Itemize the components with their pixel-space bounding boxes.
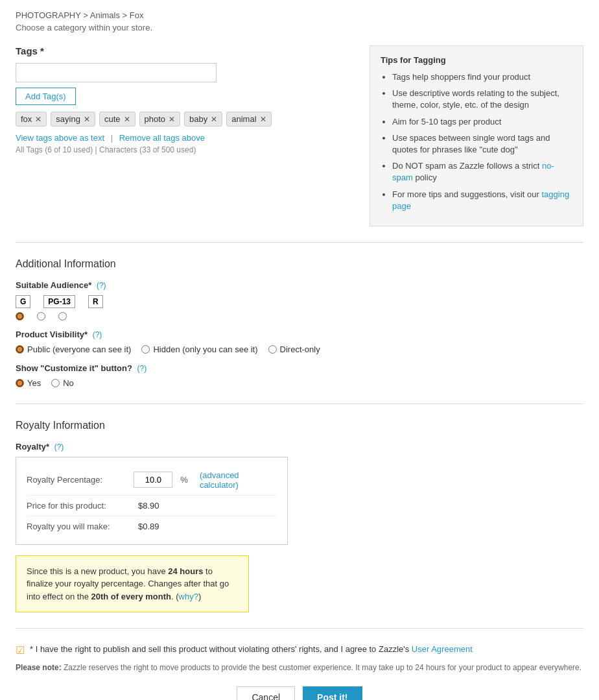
tag-label: baby	[189, 114, 207, 124]
tag-label: saying	[56, 114, 80, 124]
audience-radio-row	[16, 312, 583, 320]
tag-remove[interactable]: ✕	[124, 115, 130, 124]
post-button[interactable]: Post it!	[303, 686, 362, 700]
view-tags-text-link[interactable]: View tags above as text	[16, 133, 104, 143]
tip-item: Do NOT spam as Zazzle follows a strict n…	[392, 160, 572, 184]
tags-meta: All Tags (6 of 10 used) | Characters (33…	[16, 145, 350, 154]
visibility-hidden-input[interactable]	[141, 345, 150, 354]
agreement-checkbox-icon[interactable]: ☑	[16, 644, 25, 657]
notice-box: Since this is a new product, you have 24…	[16, 555, 249, 613]
customize-no[interactable]: No	[51, 378, 74, 388]
royalty-price-value: $8.90	[138, 501, 159, 511]
audience-radio-g-input[interactable]	[16, 312, 24, 320]
user-agreement-link[interactable]: User Agreement	[412, 644, 473, 654]
tag-label: animal	[231, 114, 256, 124]
royalty-pct-symbol: %	[180, 475, 188, 485]
tag-remove[interactable]: ✕	[169, 115, 175, 124]
tagging-page-link[interactable]: tagging page	[392, 189, 569, 211]
tip-item: Use descriptive words relating to the su…	[392, 88, 572, 111]
tip-item: Use spaces between single word tags and …	[392, 132, 572, 156]
customize-help[interactable]: (?)	[137, 364, 147, 373]
notice-bold1: 24 hours	[168, 566, 203, 576]
tips-title: Tips for Tagging	[381, 55, 572, 65]
separator: |	[111, 133, 113, 143]
divider-3	[16, 628, 583, 629]
customize-no-label: No	[63, 378, 74, 388]
tags-left: Tags * Add Tag(s) fox✕saying✕cute✕photo✕…	[16, 45, 350, 154]
royalty-make-row: Royalty you will make: $0.89	[27, 516, 277, 537]
customize-yes-label: Yes	[27, 378, 41, 388]
note-text: Zazzle reserves the right to move produc…	[62, 663, 581, 672]
audience-label: Suitable Audience* (?)	[16, 280, 583, 290]
tag-badge: cute✕	[99, 112, 135, 127]
audience-radio-r-input[interactable]	[58, 312, 67, 320]
breadcrumb: PHOTOGRAPHY > Animals > Fox	[16, 10, 583, 20]
royalty-make-label: Royalty you will make:	[27, 522, 130, 531]
customize-no-input[interactable]	[51, 379, 60, 387]
tag-label: cute	[104, 114, 121, 124]
visibility-hidden-label: Hidden (only you can see it)	[153, 344, 257, 354]
no-spam-link[interactable]: no-spam	[392, 161, 554, 182]
tag-badge: saying✕	[51, 112, 95, 127]
tag-badge: photo✕	[139, 112, 181, 127]
customize-yes[interactable]: Yes	[16, 378, 41, 388]
customize-label: Show "Customize it" button? (?)	[16, 363, 583, 373]
royalty-percentage-input[interactable]	[134, 472, 172, 488]
tags-section: Tags * Add Tag(s) fox✕saying✕cute✕photo✕…	[16, 45, 583, 226]
action-buttons: Cancel Post it!	[16, 686, 583, 700]
audience-radio-pg13[interactable]	[37, 312, 45, 320]
notice-bold2: 20th of every month	[91, 592, 172, 601]
visibility-public[interactable]: Public (everyone can see it)	[16, 344, 131, 354]
tag-remove[interactable]: ✕	[260, 115, 266, 124]
notice-text-after: . (	[171, 592, 179, 601]
tag-remove[interactable]: ✕	[35, 115, 41, 124]
tags-label: Tags *	[16, 45, 350, 56]
royalty-percentage-row: Royalty Percentage: % (advanced calculat…	[27, 465, 277, 496]
tag-label: photo	[145, 114, 166, 124]
remove-all-tags-link[interactable]: Remove all tags above	[119, 133, 205, 143]
visibility-label: Product Visibility* (?)	[16, 330, 583, 339]
note-bold: Please note:	[16, 663, 62, 672]
tip-item: Aim for 5-10 tags per product	[392, 116, 572, 128]
royalty-price-row: Price for this product: $8.90	[27, 496, 277, 516]
divider-1	[16, 242, 583, 243]
advanced-calculator-link[interactable]: (advanced calculator)	[200, 470, 277, 490]
tag-label: fox	[21, 114, 32, 124]
visibility-direct[interactable]: Direct-only	[268, 344, 320, 354]
customize-row: Yes No	[16, 378, 583, 388]
visibility-help[interactable]: (?)	[93, 330, 102, 339]
visibility-public-label: Public (everyone can see it)	[27, 344, 131, 354]
rating-row: G PG-13 R	[16, 295, 583, 308]
why-link[interactable]: why?	[179, 592, 198, 601]
tags-display: fox✕saying✕cute✕photo✕baby✕animal✕	[16, 112, 350, 127]
visibility-direct-input[interactable]	[268, 345, 277, 354]
audience-radio-pg13-input[interactable]	[37, 312, 45, 320]
cancel-button[interactable]: Cancel	[237, 686, 295, 700]
royalty-help[interactable]: (?)	[54, 442, 64, 452]
royalty-price-label: Price for this product:	[27, 501, 130, 511]
additional-info-section: Additional Information Suitable Audience…	[16, 258, 583, 388]
audience-radio-g[interactable]	[16, 312, 24, 320]
tags-links: View tags above as text | Remove all tag…	[16, 133, 350, 143]
royalty-label: Royalty* (?)	[16, 442, 583, 452]
visibility-direct-label: Direct-only	[280, 344, 320, 354]
add-tag-button[interactable]: Add Tag(s)	[16, 88, 76, 105]
rating-g: G	[16, 295, 30, 308]
tips-box: Tips for Tagging Tags help shoppers find…	[370, 45, 583, 226]
notice-text-end: )	[198, 592, 201, 601]
tip-item: Tags help shoppers find your product	[392, 71, 572, 83]
tips-list: Tags help shoppers find your productUse …	[381, 71, 572, 212]
tag-remove[interactable]: ✕	[211, 115, 217, 124]
royalty-make-value: $0.89	[138, 522, 159, 531]
audience-help[interactable]: (?)	[97, 281, 106, 290]
tag-input[interactable]	[16, 63, 217, 82]
tag-remove[interactable]: ✕	[84, 115, 90, 124]
tag-badge: animal✕	[226, 112, 271, 127]
customize-yes-input[interactable]	[16, 379, 24, 387]
visibility-public-input[interactable]	[16, 345, 24, 354]
visibility-hidden[interactable]: Hidden (only you can see it)	[141, 344, 257, 354]
audience-radio-r[interactable]	[58, 312, 67, 320]
visibility-row: Public (everyone can see it) Hidden (onl…	[16, 344, 583, 354]
additional-info-title: Additional Information	[16, 258, 583, 270]
royalty-title: Royalty Information	[16, 420, 583, 431]
